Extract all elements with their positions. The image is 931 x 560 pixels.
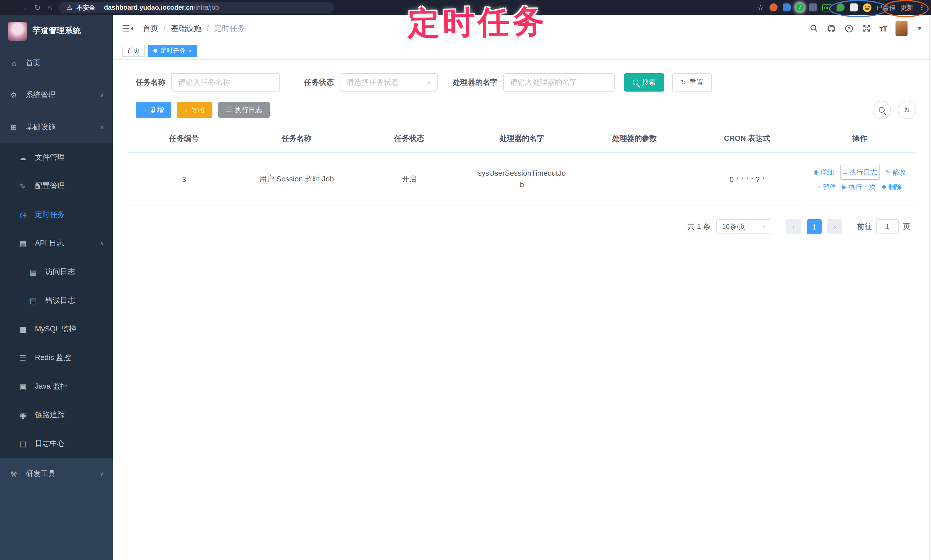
address-bar[interactable]: ⚠ 不安全 dashboard.yudao.iocoder.cn/infra/j… bbox=[59, 2, 334, 13]
task-name-input[interactable]: 请输入任务名称 bbox=[171, 73, 280, 92]
sidebar-item-api-log[interactable]: ▤ API 日志 ∧ bbox=[0, 229, 113, 257]
timer-icon: ◷ bbox=[18, 210, 28, 219]
search-icon[interactable] bbox=[809, 24, 818, 32]
sidebar-item-label: MySQL 监控 bbox=[35, 324, 76, 334]
download-icon: ↓ bbox=[185, 107, 188, 113]
close-icon[interactable]: × bbox=[188, 48, 192, 54]
breadcrumb-infra[interactable]: 基础设施 bbox=[171, 23, 202, 34]
browser-home-icon[interactable]: ⌂ bbox=[48, 4, 52, 11]
task-status-label: 任务状态 bbox=[304, 77, 334, 88]
goto-suffix: 页 bbox=[903, 222, 910, 232]
row-exec-log-label: 执行日志 bbox=[850, 165, 877, 179]
cloud-icon: ☁ bbox=[18, 153, 28, 162]
refresh-table-button[interactable]: ↻ bbox=[898, 101, 916, 119]
tools-icon: ⚒ bbox=[9, 469, 18, 478]
sidebar-item-error-log[interactable]: ▤ 错误日志 bbox=[0, 286, 113, 315]
handler-name-label: 处理器的名字 bbox=[453, 77, 498, 88]
update-button[interactable]: 更新 bbox=[901, 3, 913, 12]
extension-puzzle-icon[interactable] bbox=[809, 3, 817, 11]
sidebar-item-label: 访问日志 bbox=[45, 267, 75, 277]
sidebar-item-java-monitor[interactable]: ▣ Java 监控 bbox=[0, 372, 113, 401]
chevron-up-icon: ∧ bbox=[100, 240, 104, 246]
sidebar-item-trace[interactable]: ◉ 链路追踪 bbox=[0, 401, 113, 429]
tab-home[interactable]: 首页 bbox=[122, 45, 145, 57]
extension-white-icon[interactable] bbox=[850, 3, 858, 11]
app: 芋道管理系统 ⌂ 首页 ⚙ 系统管理 ∨ ⊞ 基础设施 ∧ bbox=[0, 15, 931, 560]
avatar-caret-icon[interactable] bbox=[917, 27, 922, 30]
col-task-id: 任务编号 bbox=[128, 125, 240, 153]
on-badge[interactable]: on bbox=[822, 4, 831, 11]
reload-icon[interactable]: ↻ bbox=[34, 4, 41, 11]
github-icon[interactable] bbox=[826, 24, 835, 33]
prev-page-button[interactable]: ‹ bbox=[786, 219, 801, 234]
edit-link[interactable]: ✎修改 bbox=[886, 165, 906, 179]
forward-icon[interactable]: → bbox=[20, 4, 28, 11]
collapse-arrow-icon bbox=[131, 26, 134, 31]
run-once-link[interactable]: ▶执行一次 bbox=[842, 180, 876, 194]
sidebar-item-scheduled-task[interactable]: ◷ 定时任务 bbox=[0, 200, 113, 229]
sidebar-item-infra[interactable]: ⊞ 基础设施 ∧ bbox=[0, 111, 113, 143]
help-icon[interactable]: ? bbox=[844, 24, 853, 33]
bookmark-star-icon[interactable]: ☆ bbox=[756, 3, 765, 11]
fullscreen-icon[interactable] bbox=[862, 24, 871, 32]
extension-green-check-icon[interactable]: ✓ bbox=[796, 3, 804, 11]
handler-name-input[interactable]: 请输入处理器的名字 bbox=[503, 73, 615, 92]
goto-page-input[interactable]: 1 bbox=[876, 219, 899, 234]
tab-scheduled-task[interactable]: 定时任务 × bbox=[148, 45, 197, 57]
sidebar-item-home[interactable]: ⌂ 首页 bbox=[0, 47, 113, 79]
font-size-icon[interactable]: тT bbox=[879, 24, 887, 33]
detail-link[interactable]: ◉详细 bbox=[814, 165, 834, 179]
sidebar-item-mysql-monitor[interactable]: ▦ MySQL 监控 bbox=[0, 315, 113, 343]
export-button[interactable]: ↓ 导出 bbox=[177, 102, 213, 118]
page-size-value: 10条/页 bbox=[722, 222, 745, 231]
exec-log-button-label: 执行日志 bbox=[235, 105, 262, 115]
breadcrumb-home[interactable]: 首页 bbox=[143, 23, 158, 34]
col-operations: 操作 bbox=[803, 125, 916, 153]
task-status-select[interactable]: 请选择任务状态 ∨ bbox=[339, 73, 438, 92]
sidebar-item-file-manage[interactable]: ☁ 文件管理 bbox=[0, 143, 113, 172]
toggle-search-button[interactable] bbox=[872, 101, 891, 119]
edit-link-label: 修改 bbox=[892, 165, 906, 179]
sidebar-item-dev-tools[interactable]: ⚒ 研发工具 ∨ bbox=[0, 458, 113, 490]
sidebar-item-label: Redis 监控 bbox=[35, 352, 71, 363]
scrollbar-edge[interactable] bbox=[929, 15, 930, 560]
tab-label: 首页 bbox=[127, 46, 140, 55]
filter-form: 任务名称 请输入任务名称 任务状态 请选择任务状态 ∨ 处理器的名字 请输入处理… bbox=[136, 73, 922, 92]
sidebar-item-config-manage[interactable]: ✎ 配置管理 bbox=[0, 172, 113, 200]
delete-link[interactable]: ⊗删除 bbox=[882, 180, 902, 194]
browser-menu-icon[interactable]: ⋮ bbox=[919, 3, 925, 11]
chevron-down-icon: ∨ bbox=[100, 92, 104, 98]
breadcrumb-current: 定时任务 bbox=[214, 23, 245, 34]
magnifier-icon bbox=[879, 107, 885, 113]
pause-link[interactable]: ×暂停 bbox=[818, 180, 837, 194]
user-avatar[interactable] bbox=[896, 21, 908, 36]
reset-button[interactable]: ↻ 重置 bbox=[672, 73, 712, 92]
sidebar-collapse-button[interactable]: ☰ bbox=[122, 24, 134, 32]
row-exec-log-link[interactable]: ☰执行日志 bbox=[840, 165, 880, 179]
extension-blue-icon[interactable] bbox=[783, 3, 791, 11]
sidebar-item-system[interactable]: ⚙ 系统管理 ∨ bbox=[0, 79, 113, 111]
extension-leaf-icon[interactable] bbox=[837, 3, 845, 11]
search-button[interactable]: 搜索 bbox=[624, 73, 664, 92]
emoji-avatar-icon[interactable] bbox=[863, 3, 871, 12]
app-logo[interactable]: 芋道管理系统 bbox=[0, 15, 113, 47]
edit-icon: ✎ bbox=[18, 182, 28, 190]
page-size-select[interactable]: 10条/页 ∨ bbox=[716, 219, 771, 234]
sidebar-item-access-log[interactable]: ▤ 访问日志 bbox=[0, 257, 113, 286]
toolbar-right: ↻ bbox=[872, 101, 916, 119]
sidebar-item-log-center[interactable]: ▤ 日志中心 bbox=[0, 429, 113, 458]
cell-task-status: 开启 bbox=[353, 153, 466, 205]
extension-orange-icon[interactable] bbox=[769, 3, 778, 11]
add-button[interactable]: + 新增 bbox=[136, 102, 171, 118]
next-page-button[interactable]: › bbox=[827, 219, 842, 234]
cell-task-id: 3 bbox=[128, 153, 240, 205]
security-label[interactable]: 不安全 bbox=[76, 3, 96, 12]
sidebar-item-label: 系统管理 bbox=[26, 90, 55, 100]
exec-log-button[interactable]: ☰ 执行日志 bbox=[218, 102, 270, 118]
page-1-button[interactable]: 1 bbox=[807, 219, 822, 234]
back-icon[interactable]: ← bbox=[6, 4, 13, 11]
stack-icon: ☰ bbox=[18, 354, 28, 362]
page-content: 任务名称 请输入任务名称 任务状态 请选择任务状态 ∨ 处理器的名字 请输入处理… bbox=[113, 60, 931, 560]
col-cron: CRON 表达式 bbox=[691, 125, 803, 153]
sidebar-item-redis-monitor[interactable]: ☰ Redis 监控 bbox=[0, 343, 113, 372]
